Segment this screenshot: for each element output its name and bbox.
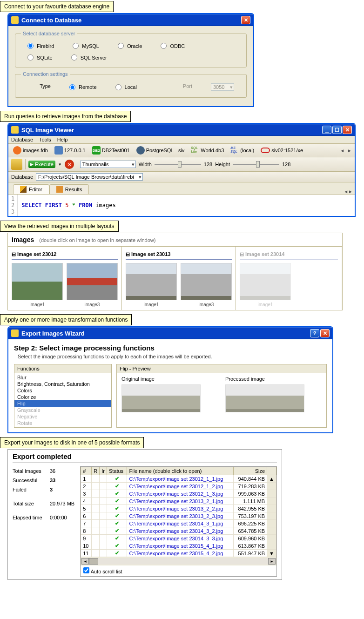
scroll-right-icon[interactable]: ► xyxy=(268,558,276,565)
wizard-titlebar[interactable]: Export Images Wizard ? ✕ xyxy=(8,327,332,339)
tab-results[interactable]: Results xyxy=(49,184,89,194)
conn-mssql[interactable]: MSSQL(local) xyxy=(229,145,256,155)
stop-button[interactable]: ✕ xyxy=(65,160,74,169)
file-link[interactable]: C:\Temp\export\Image set 23013_2_3.jpg xyxy=(129,513,223,519)
table-row[interactable]: 4✔C:\Temp\export\Image set 23013_2_1.jpg… xyxy=(81,498,276,505)
col-size[interactable]: Size xyxy=(234,467,267,475)
tab-editor[interactable]: Editor xyxy=(13,184,49,194)
table-row[interactable]: 9✔C:\Temp\export\Image set 23014_3_3.jpg… xyxy=(81,535,276,542)
file-link[interactable]: C:\Temp\export\Image set 23012_1_1.jpg xyxy=(129,476,223,482)
radio-firebird[interactable]: Firebird xyxy=(27,43,54,49)
file-link[interactable]: C:\Temp\export\Image set 23015_4_2.jpg xyxy=(129,551,223,556)
autoscroll-checkbox[interactable]: Auto scroll list xyxy=(83,569,122,574)
col-r[interactable]: R xyxy=(92,467,100,475)
table-row[interactable]: 2✔C:\Temp\export\Image set 23012_1_2.jpg… xyxy=(81,483,276,490)
check-icon: ✔ xyxy=(107,498,127,505)
width-slider[interactable] xyxy=(155,164,201,165)
thumbnail[interactable] xyxy=(240,263,291,300)
collapse-icon[interactable]: ⊟ xyxy=(240,251,244,257)
port-input[interactable]: 3050 xyxy=(211,83,234,91)
tab-nav-left-icon[interactable]: ◄ xyxy=(344,189,348,194)
file-link[interactable]: C:\Temp\export\Image set 23012_1_3.jpg xyxy=(129,491,223,497)
table-row[interactable]: 6✔C:\Temp\export\Image set 23013_2_3.jpg… xyxy=(81,512,276,520)
table-row[interactable]: 5✔C:\Temp\export\Image set 23013_2_2.jpg… xyxy=(81,505,276,512)
table-row[interactable]: 8✔C:\Temp\export\Image set 23014_3_2.jpg… xyxy=(81,527,276,535)
radio-sqlite[interactable]: SQLite xyxy=(27,54,53,61)
save-icon[interactable] xyxy=(11,159,22,170)
col-ir[interactable]: Ir xyxy=(100,467,107,475)
radio-remote[interactable]: Remote xyxy=(69,83,97,91)
function-item[interactable]: Flip xyxy=(14,400,111,407)
radio-odbc[interactable]: ODBC xyxy=(161,43,185,49)
collapse-icon[interactable]: ⊟ xyxy=(126,251,130,257)
table-row[interactable]: 10✔C:\Temp\export\Image set 23015_4_1.jp… xyxy=(81,542,276,550)
function-item[interactable]: Grayscale xyxy=(14,407,111,413)
connection-settings-fieldset: Connection settings Type Remote Local Po… xyxy=(15,71,247,98)
maximize-icon[interactable]: ☐ xyxy=(332,126,342,134)
function-item[interactable]: Brightness, Contract, Saturation xyxy=(14,381,111,387)
collapse-icon[interactable]: ⊟ xyxy=(12,251,16,257)
radio-local[interactable]: Local xyxy=(115,83,137,91)
close-icon[interactable]: ✕ xyxy=(241,16,250,24)
table-row[interactable]: 11✔C:\Temp\export\Image set 23015_4_2.jp… xyxy=(81,550,276,557)
thumbnail[interactable] xyxy=(126,263,177,300)
radio-sqlserver[interactable]: SQL Server xyxy=(71,54,107,61)
nav-right-icon[interactable]: ► xyxy=(347,148,352,153)
menu-tools[interactable]: Tools xyxy=(39,137,51,142)
conn-db2[interactable]: DB2DB2Test001 xyxy=(90,145,132,155)
callout-export: Export your images to disk in one of 5 p… xyxy=(0,437,144,448)
function-item[interactable]: Colorize xyxy=(14,394,111,400)
tab-nav-right-icon[interactable]: ► xyxy=(348,189,353,194)
file-link[interactable]: C:\Temp\export\Image set 23014_3_1.jpg xyxy=(129,521,223,526)
type-label: Type xyxy=(27,83,51,91)
file-link[interactable]: C:\Temp\export\Image set 23013_2_1.jpg xyxy=(129,498,223,504)
col-num[interactable]: # xyxy=(81,467,92,475)
grid-icon xyxy=(56,186,63,193)
view-mode-combo[interactable]: Thumbnails xyxy=(80,161,136,168)
callout-queries: Run queries to retrieve images from the … xyxy=(0,111,131,122)
function-item[interactable]: Rotate xyxy=(14,420,111,426)
menu-database[interactable]: Database xyxy=(11,137,33,142)
function-item[interactable]: Negative xyxy=(14,413,111,420)
conn-postgres[interactable]: PostgreSQL - siv xyxy=(135,145,187,155)
height-value: 128 xyxy=(282,161,290,167)
table-row[interactable]: 3✔C:\Temp\export\Image set 23012_1_3.jpg… xyxy=(81,490,276,498)
file-link[interactable]: C:\Temp\export\Image set 23013_2_2.jpg xyxy=(129,506,223,511)
check-icon: ✔ xyxy=(107,550,127,557)
close-icon[interactable]: ✕ xyxy=(343,126,352,134)
close-icon[interactable]: ✕ xyxy=(320,329,330,337)
minimize-icon[interactable]: ＿ xyxy=(322,126,331,134)
conn-localhost[interactable]: 127.0.0.1 xyxy=(53,145,88,155)
thumbnail[interactable] xyxy=(12,263,63,300)
col-file[interactable]: File name (double click to open) xyxy=(127,467,234,475)
file-link[interactable]: C:\Temp\export\Image set 23015_4_1.jpg xyxy=(129,543,223,549)
help-icon[interactable]: ? xyxy=(310,329,319,337)
database-path-combo[interactable]: F:\Projects\SQL Image Browser\data\fireb… xyxy=(36,173,143,181)
callout-connect: Connect to your favourite database engin… xyxy=(0,1,114,12)
table-row[interactable]: 1✔C:\Temp\export\Image set 23012_1_1.jpg… xyxy=(81,475,276,483)
connect-titlebar[interactable]: Connect to Database ✕ xyxy=(8,14,253,26)
file-link[interactable]: C:\Temp\export\Image set 23014_3_2.jpg xyxy=(129,528,223,534)
nav-left-icon[interactable]: ◄ xyxy=(340,148,344,153)
sql-editor[interactable]: 123 SELECT FIRST 5 * FROM images xyxy=(8,195,355,216)
file-link[interactable]: C:\Temp\export\Image set 23014_3_3.jpg xyxy=(129,536,223,541)
radio-oracle[interactable]: Oracle xyxy=(118,43,142,49)
thumbnail[interactable] xyxy=(67,263,118,300)
horizontal-scrollbar[interactable]: ◄ ► xyxy=(81,557,276,565)
conn-imagesfdb[interactable]: images.fdb xyxy=(11,145,50,155)
thumbnail[interactable] xyxy=(181,263,232,300)
conn-oracle[interactable]: siv02:1521/xe xyxy=(259,147,305,154)
radio-mysql[interactable]: MySQL xyxy=(73,43,99,49)
scroll-left-icon[interactable]: ◄ xyxy=(81,558,89,565)
col-status[interactable]: Status xyxy=(107,467,127,475)
file-link[interactable]: C:\Temp\export\Image set 23012_1_2.jpg xyxy=(129,484,223,489)
menu-help[interactable]: Help xyxy=(57,137,68,142)
function-item[interactable]: Blur xyxy=(14,374,111,381)
table-row[interactable]: 7✔C:\Temp\export\Image set 23014_3_1.jpg… xyxy=(81,520,276,527)
viewer-titlebar[interactable]: SQL Image Viewer ＿ ☐ ✕ xyxy=(8,124,355,136)
execute-button[interactable]: Execute xyxy=(28,161,55,168)
app-icon xyxy=(11,126,19,134)
conn-sqlite[interactable]: SQLLiteWorld.db3 xyxy=(189,145,226,155)
height-slider[interactable] xyxy=(233,164,279,165)
function-item[interactable]: Colors xyxy=(14,387,111,394)
